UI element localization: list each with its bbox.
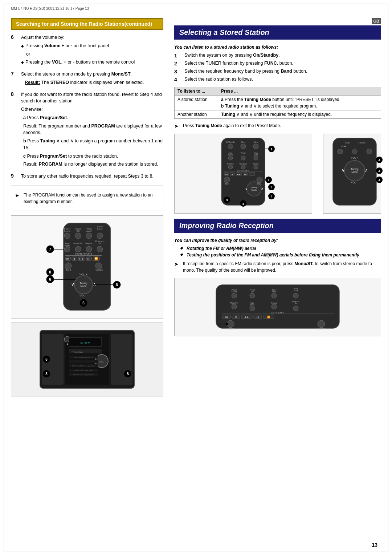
sub-b: b Press Tuning ∨ and ∧ to assign a progr… xyxy=(23,138,163,151)
device-row3: CD Rewind CD Record Speed Info xyxy=(72,365,95,367)
right-col-inner: GB Selecting a Stored Station You can li… xyxy=(171,18,381,336)
sr-t4: ⏭ xyxy=(244,173,246,175)
tuning-left-arrow: ∨ xyxy=(71,282,74,287)
step-7-line1: Select the stereo or mono mode by pressi… xyxy=(21,71,163,78)
listen-table: To listen to ... Press ... A stored stat… xyxy=(174,87,381,119)
svg-point-44 xyxy=(228,144,233,149)
step-6: 6 Adjust the volume by: ◆Pressing Volume… xyxy=(11,34,163,67)
rnum-1: 1 xyxy=(174,53,181,58)
table-header-row: To listen to ... Press ... xyxy=(175,87,381,96)
br-mono: Mono/ST. xyxy=(230,302,238,304)
program-set-a: Program/Set xyxy=(40,115,67,120)
sr2-arrow-r: ∧ xyxy=(365,168,368,173)
step-9-content: To store any other radio frequencies req… xyxy=(21,173,163,181)
step-7-content: Select the stereo or mono mode by pressi… xyxy=(21,71,163,88)
improving-bullets: ◆ Rotating the FM or AM(MW) aerial ◆ Tes… xyxy=(180,246,381,258)
sr-mute: Mute xyxy=(254,141,258,143)
svg-point-93 xyxy=(318,320,325,328)
sr2-vol-minus: VOL – xyxy=(351,181,358,184)
program-c-label: PROGRAM xyxy=(38,162,62,167)
step-8-content: If you do not want to store the radio st… xyxy=(21,91,163,170)
sr2-mode: Mode xyxy=(351,171,358,173)
header-text: MM-L7-NO RDS(GB) 2001.12.21 16:17 Page 1… xyxy=(11,7,89,11)
svg-point-82 xyxy=(232,304,237,309)
step8-device-right: 8 xyxy=(127,372,129,376)
page-header: MM-L7-NO RDS(GB) 2001.12.21 16:17 Page 1… xyxy=(11,7,89,11)
remote-band: Band xyxy=(66,269,71,271)
sr-band: Band xyxy=(225,183,229,185)
step4-bot-badge: 4 xyxy=(242,202,244,206)
right-column: GB Selecting a Stored Station You can li… xyxy=(171,18,381,544)
sr-arrow-l: ∨ xyxy=(245,187,248,191)
improve-note-text: If reception from a specific FM radio st… xyxy=(183,260,381,274)
sr2-tuning: Tuning xyxy=(351,168,358,171)
page-number: 13 xyxy=(372,542,377,548)
br-t5: ⏩ xyxy=(267,315,270,319)
svg-point-4 xyxy=(97,233,103,239)
table-cell-station2: Another station xyxy=(175,110,218,119)
svg-point-49 xyxy=(254,156,258,160)
rnum-2: 2 xyxy=(174,61,181,66)
br-eq: EQ xyxy=(251,291,253,293)
br-t4: ⏭ xyxy=(257,316,259,318)
press-a-label: a xyxy=(221,97,224,102)
small-remote-right-svg: Band Function ⏮⏭ VOL + Tuning Mo xyxy=(326,136,384,209)
vol-minus-label: - xyxy=(71,43,72,48)
step-7-num: 7 xyxy=(11,71,17,77)
tuning-another: Tuning xyxy=(221,112,235,117)
sub-b-label: b xyxy=(23,138,26,143)
sr-arrow-r: ∧ xyxy=(261,187,264,191)
program-label: PROGRAM xyxy=(91,123,115,129)
left-section-title: Searching for and Storing the Radio Stat… xyxy=(11,18,163,30)
svg-point-79 xyxy=(250,293,255,298)
remote-cd-tape: CD/TAPE/MP3 xyxy=(75,253,92,255)
left-column: Searching for and Storing the Radio Stat… xyxy=(11,18,163,544)
svg-point-85 xyxy=(293,306,298,311)
step8-badge-right: 8 xyxy=(116,283,118,287)
sub-step-b: b Press Tuning ∨ and ∧ to assign a progr… xyxy=(23,138,163,151)
mono-st-label: Mono/ST xyxy=(111,72,131,77)
svg-point-3 xyxy=(86,233,92,239)
svg-point-46 xyxy=(253,144,258,149)
remote-vol-minus: VOL – xyxy=(79,294,88,297)
step-6-line1: Adjust the volume by: xyxy=(21,34,163,41)
remote-label-clock: Clock xyxy=(97,228,103,230)
note-text-right1: Press Tuning Mode again to exit the Pres… xyxy=(183,122,281,129)
step4-r1: 4 xyxy=(378,158,380,162)
step-6-num: 6 xyxy=(11,34,17,40)
step3-small-badge: 3 xyxy=(226,198,228,202)
arrow-icon: ➤ xyxy=(15,192,19,199)
step6-device: 6 xyxy=(45,357,48,361)
remote-label-onoff: on/off xyxy=(86,230,92,232)
device-vol-knob: VOL xyxy=(99,361,104,363)
svg-point-47 xyxy=(228,156,233,160)
br-t1: ⏮ xyxy=(225,316,228,318)
remote-tuning: Tuning xyxy=(79,282,87,285)
result-label-7: Result: xyxy=(25,80,40,85)
diamond-b1-icon: ◆ xyxy=(180,246,183,250)
vol-label: Volume + xyxy=(44,43,64,48)
gb-badge-container: GB xyxy=(174,18,381,24)
step-7: 7 Select the stereo or mono mode by pres… xyxy=(11,71,163,88)
svg-point-59 xyxy=(224,177,230,183)
svg-point-66 xyxy=(257,177,262,183)
br-repeat: Repeat xyxy=(271,302,277,304)
remote-label-repeat: Repeat xyxy=(85,242,93,244)
sr2-vol-plus: VOL + xyxy=(351,157,358,159)
device-display: 87.5FM xyxy=(80,341,90,344)
remote-image-box-left: Power Sound Preset EQ Timer on/off Timer… xyxy=(11,215,163,319)
device-svg: ⏻ 87.5FM Tuning Mode VOL 6 8 8 xyxy=(33,327,142,392)
small-remote-right: Band Function ⏮⏭ VOL + Tuning Mo xyxy=(323,134,381,214)
improve-bullet-1: ◆ Rotating the FM or AM(MW) aerial xyxy=(180,246,381,251)
step-6-line3: ◆Pressing the VOL. + or - buttons on the… xyxy=(21,59,163,66)
step-6-or: or xyxy=(26,51,163,58)
sub-c: c Press Program/Set to store the radio s… xyxy=(23,153,163,160)
press-b: b Tuning ∨ and ∧ to select the required … xyxy=(221,104,378,109)
step-8: 8 If you do not want to store the radio … xyxy=(11,91,163,170)
sr2-arrow-up1: ⏮⏭ xyxy=(341,145,347,148)
svg-point-20 xyxy=(95,263,102,269)
step-9-text: To store any other radio frequencies req… xyxy=(21,173,163,180)
step-6-line2: ◆Pressing Volume + or - on the front pan… xyxy=(21,42,163,49)
sr-sleep: Sleep xyxy=(241,141,246,143)
tuning-mode-label: Tuning Mode xyxy=(244,97,271,102)
